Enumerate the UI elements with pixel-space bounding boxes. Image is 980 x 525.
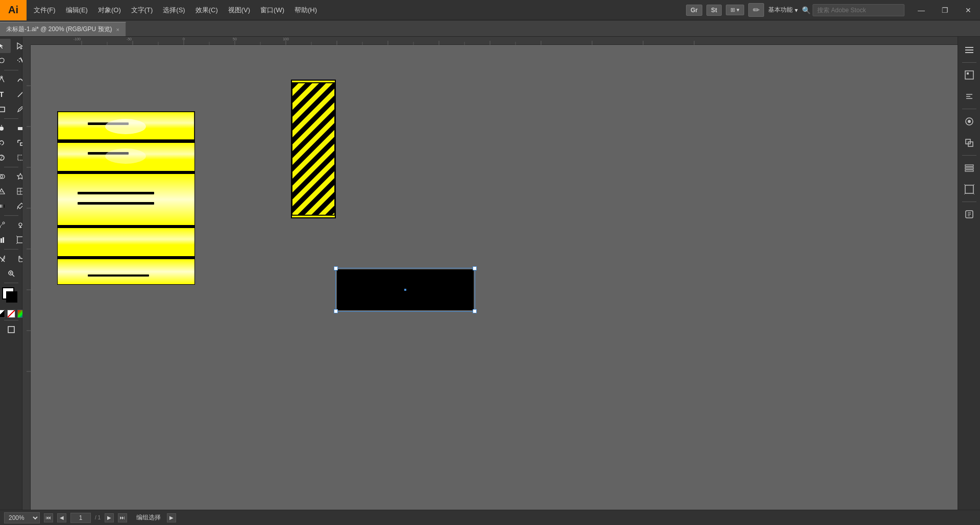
close-button[interactable]: ✕ [957,0,980,20]
transform-panel-btn[interactable] [960,66,978,84]
selection-tool[interactable] [0,39,11,53]
svg-rect-39 [965,52,973,53]
zoom-select[interactable]: 200% 100% 150% 50% [4,512,40,523]
svg-text:100: 100 [283,37,289,41]
svg-point-7 [0,127,4,131]
stroke-swatch[interactable] [6,291,17,303]
color-mode-btn[interactable] [0,310,5,318]
right-panel: ◀ [958,37,980,510]
draw-mode-btn[interactable] [2,322,20,337]
artboard-number-input[interactable] [70,513,91,523]
nav-last-btn[interactable]: ⏭ [118,513,127,522]
right-panel-sep-2 [962,109,976,109]
rotate-tool[interactable] [0,136,11,150]
svg-rect-102 [78,192,154,194]
svg-rect-36 [8,327,14,333]
arrange-btn[interactable]: ✏ [748,3,764,17]
svg-rect-41 [967,72,969,74]
svg-rect-51 [965,170,973,171]
menu-help[interactable]: 帮助(H) [289,0,322,20]
menu-type[interactable]: 文字(T) [126,0,158,20]
rectangle-tool[interactable] [0,102,11,116]
menu-edit[interactable]: 编辑(E) [61,0,93,20]
slice-tool[interactable] [0,252,11,266]
svg-line-55 [964,193,965,194]
zoom-tool[interactable] [2,266,20,281]
canvas-area: -100 -50 0 50 100 [22,37,958,510]
shape-builder-tool[interactable] [0,169,11,184]
align-panel-btn[interactable] [960,87,978,106]
svg-rect-107 [58,259,194,284]
svg-point-110 [105,119,146,134]
ruler-top: -100 -50 0 50 100 [31,37,958,45]
shape-yellow-complex[interactable] [57,111,195,285]
statusbar: 200% 100% 150% 50% ⏮ ◀ / 1 ▶ ⏭ 编组选择 ▶ [0,510,980,525]
nav-first-btn[interactable]: ⏮ [44,513,53,522]
tool-separator-5 [4,249,18,249]
properties-panel-btn[interactable] [960,41,978,59]
tab-close-btn[interactable]: × [116,27,119,33]
bridge-btn[interactable]: Gr [686,5,702,16]
titlebar: Ai 文件(F) 编辑(E) 对象(O) 文字(T) 选择(S) 效果(C) 视… [0,0,980,20]
ruler-corner [22,37,31,45]
appearance-panel-btn[interactable] [960,112,978,131]
svg-line-33 [12,274,14,277]
tool-separator-1 [4,70,18,70]
lasso-tool[interactable] [0,54,11,68]
warp-tool[interactable] [0,151,11,165]
stock-btn[interactable]: St [706,5,722,16]
shape-black-rectangle[interactable] [337,269,474,310]
right-panel-sep-1 [962,62,976,63]
tabbar: 未标题-1.ai* @ 200% (RGB/GPU 预览) × [0,20,980,37]
svg-rect-25 [3,237,4,243]
ai-logo: Ai [0,0,27,20]
menu-select[interactable]: 选择(S) [158,0,190,20]
nav-next-btn[interactable]: ▶ [105,513,114,522]
svg-point-22 [19,223,22,226]
pathfinder-panel-btn[interactable] [960,134,978,152]
svg-line-53 [964,184,965,185]
type-tool[interactable]: T [0,87,11,102]
menu-file[interactable]: 文件(F) [29,0,61,20]
nav-prev-btn[interactable]: ◀ [57,513,66,522]
svg-rect-101 [58,174,194,225]
grid-btn[interactable]: ⊞ ▾ [726,5,744,15]
pen-tool[interactable] [0,72,11,87]
blend-tool[interactable] [0,218,11,232]
tool-separator-4 [4,215,18,216]
svg-rect-17 [0,205,5,208]
gradient-tool[interactable] [0,199,11,213]
maximize-button[interactable]: ❐ [933,0,957,20]
svg-line-54 [973,184,974,185]
menu-object[interactable]: 对象(O) [93,0,126,20]
svg-line-56 [973,193,974,194]
workspace-chevron: ▾ [795,7,798,14]
shape-striped-rect[interactable] [291,80,336,218]
menu-window[interactable]: 窗口(W) [255,0,289,20]
workspace-dropdown[interactable]: 基本功能 ▾ [768,6,798,14]
document-tab[interactable]: 未标题-1.ai* @ 200% (RGB/GPU 预览) × [0,22,126,36]
column-graph-tool[interactable] [0,233,11,247]
fill-stroke-group[interactable] [2,287,20,306]
menu-view[interactable]: 视图(V) [223,0,255,20]
svg-rect-6 [0,107,5,112]
svg-rect-50 [965,167,973,169]
svg-text:-50: -50 [127,37,132,41]
layers-panel-btn[interactable] [960,159,978,177]
perspective-grid-tool[interactable] [0,184,11,198]
toolbar-right: Gr St ⊞ ▾ ✏ 基本功能 ▾ 🔍 [686,3,910,17]
svg-point-1 [19,58,20,59]
blob-brush-tool[interactable] [0,121,11,135]
cc-libraries-btn[interactable] [960,205,978,223]
svg-rect-104 [58,225,194,228]
menu-effect[interactable]: 效果(C) [190,0,223,20]
color-area [0,287,26,318]
status-play-btn[interactable]: ▶ [167,513,176,522]
svg-rect-108 [88,274,149,277]
artboards-panel-btn[interactable] [960,180,978,198]
none-btn[interactable] [7,310,15,318]
search-stock-input[interactable] [813,4,904,16]
svg-point-3 [19,61,20,62]
artboard [31,45,958,510]
minimize-button[interactable]: — [910,0,933,20]
